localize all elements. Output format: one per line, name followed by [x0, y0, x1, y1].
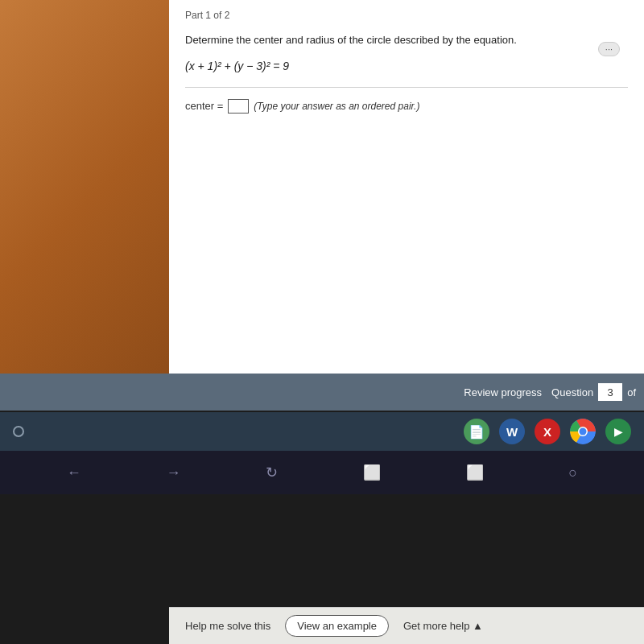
ellipsis-button[interactable]: ··· — [598, 42, 620, 56]
home-icon[interactable]: ⬜ — [363, 464, 381, 481]
question-nav: Question of — [551, 383, 636, 401]
question-text: Determine the center and radius of the c… — [185, 32, 628, 48]
svg-point-2 — [580, 428, 587, 436]
play-icon[interactable]: ▶ — [605, 419, 631, 444]
taskbar-icons: 📄 W X ▶ — [464, 419, 631, 444]
taskbar: 📄 W X ▶ — [0, 412, 644, 451]
divider — [185, 87, 628, 88]
refresh-icon[interactable]: ↻ — [266, 464, 278, 481]
review-progress-button[interactable]: Review progress — [464, 386, 542, 398]
get-more-help-link[interactable]: Get more help ▲ — [403, 620, 483, 632]
paper-area: Part 1 of 2 Determine the center and rad… — [169, 0, 644, 378]
view-example-button[interactable]: View an example — [285, 615, 389, 637]
of-text: of — [627, 386, 636, 398]
forward-icon[interactable]: → — [167, 464, 181, 481]
desk-surface — [0, 0, 177, 402]
equation: (x + 1)² + (y − 3)² = 9 — [185, 60, 628, 72]
excel-icon[interactable]: X — [535, 419, 560, 444]
search-icon[interactable]: ○ — [568, 464, 577, 481]
center-input-box[interactable] — [228, 99, 249, 114]
part-label: Part 1 of 2 — [185, 10, 628, 21]
taskbar-circle — [13, 426, 24, 437]
bottom-nav: ← → ↻ ⬜ ⬜ ○ — [0, 451, 644, 494]
center-input-row: center = (Type your answer as an ordered… — [185, 99, 628, 114]
chrome-icon[interactable] — [570, 419, 596, 444]
question-nav-label: Question — [551, 386, 593, 398]
back-icon[interactable]: ← — [67, 464, 81, 481]
files-icon[interactable]: 📄 — [464, 419, 489, 444]
question-number-input[interactable] — [598, 383, 622, 401]
help-solve-link[interactable]: Help me solve this — [185, 620, 270, 632]
bottom-bar: Review progress Question of — [0, 374, 644, 411]
center-label: center = — [185, 100, 223, 112]
recents-icon[interactable]: ⬜ — [466, 464, 484, 481]
center-hint: (Type your answer as an ordered pair.) — [254, 101, 419, 112]
toolbar-area: Help me solve this View an example Get m… — [169, 607, 644, 644]
word-icon[interactable]: W — [499, 419, 525, 444]
